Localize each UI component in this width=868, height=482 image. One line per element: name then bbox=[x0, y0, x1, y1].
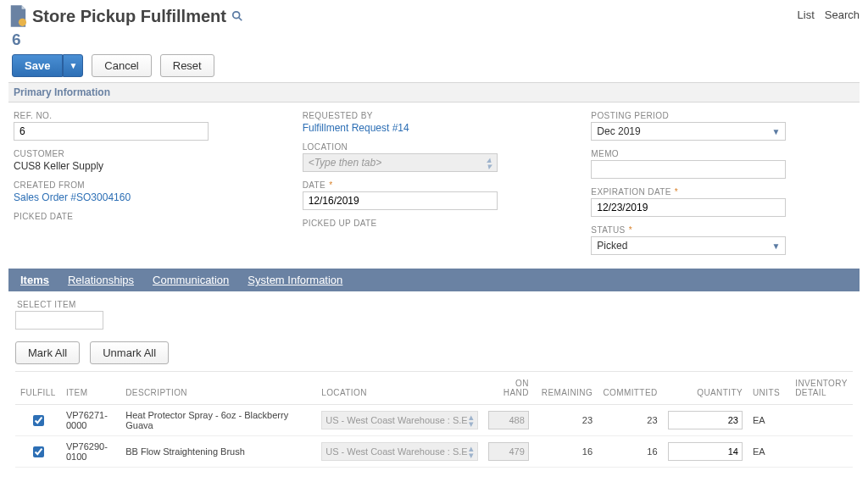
tab-communication[interactable]: Communication bbox=[153, 274, 229, 286]
posting-period-select[interactable]: Dec 2019 ▼ bbox=[591, 122, 786, 141]
inventory-detail-cell bbox=[790, 436, 853, 468]
primary-information-header: Primary Information bbox=[8, 82, 860, 102]
onhand-input bbox=[488, 442, 529, 461]
requested-by-label: REQUESTED BY bbox=[303, 111, 566, 120]
items-table: FULFILL ITEM DESCRIPTION LOCATION ON HAN… bbox=[15, 372, 853, 468]
committed-value: 16 bbox=[598, 436, 662, 468]
reset-button[interactable]: Reset bbox=[160, 54, 214, 77]
onhand-input bbox=[488, 411, 529, 429]
tab-relationships[interactable]: Relationships bbox=[68, 274, 134, 286]
tab-system-information[interactable]: System Information bbox=[248, 274, 342, 286]
col-units: UNITS bbox=[748, 372, 790, 405]
date-label: DATE bbox=[303, 180, 326, 190]
created-from-link[interactable]: Sales Order #SO3004160 bbox=[14, 191, 277, 203]
page-title: Store Pickup Fulfillment bbox=[32, 7, 226, 26]
col-item: ITEM bbox=[61, 372, 120, 405]
col-onhand: ON HAND bbox=[483, 372, 534, 405]
customer-label: CUSTOMER bbox=[14, 149, 277, 158]
item-code: VP76271-0000 bbox=[61, 405, 120, 436]
ref-no-label: REF. NO. bbox=[14, 111, 277, 120]
picked-up-date-label: PICKED UP DATE bbox=[303, 219, 566, 228]
fulfill-checkbox[interactable] bbox=[33, 446, 44, 457]
item-location-select[interactable]: US - West Coast Warehouse : S.E▴▾ bbox=[321, 411, 477, 429]
document-icon bbox=[8, 5, 27, 27]
mark-all-button[interactable]: Mark All bbox=[15, 341, 80, 364]
col-location: LOCATION bbox=[316, 372, 482, 405]
cancel-button[interactable]: Cancel bbox=[92, 54, 151, 77]
quantity-input[interactable] bbox=[668, 411, 743, 429]
tab-items[interactable]: Items bbox=[20, 274, 49, 286]
search-link[interactable]: Search bbox=[825, 8, 860, 21]
col-inventory-detail: INVENTORY DETAIL bbox=[790, 372, 853, 405]
chevron-down-icon: ▼ bbox=[771, 127, 780, 136]
col-description: DESCRIPTION bbox=[120, 372, 316, 405]
item-location-select[interactable]: US - West Coast Warehouse : S.E▴▾ bbox=[321, 442, 477, 461]
save-dropdown-button[interactable]: ▼ bbox=[63, 54, 83, 77]
svg-point-1 bbox=[233, 12, 240, 19]
item-description: BB Flow Straightening Brush bbox=[120, 436, 316, 468]
expiration-date-input[interactable] bbox=[591, 198, 786, 217]
col-committed: COMMITTED bbox=[598, 372, 662, 405]
memo-input[interactable] bbox=[591, 160, 786, 179]
svg-line-2 bbox=[239, 18, 242, 21]
chevron-updown-icon: ▴▾ bbox=[469, 445, 474, 458]
table-row: VP76290-0100BB Flow Straightening BrushU… bbox=[15, 436, 853, 468]
col-remaining: REMAINING bbox=[534, 372, 598, 405]
committed-value: 23 bbox=[598, 405, 662, 436]
expiration-date-label: EXPIRATION DATE bbox=[591, 187, 671, 197]
date-input[interactable] bbox=[303, 191, 498, 210]
col-quantity: QUANTITY bbox=[663, 372, 748, 405]
quantity-input[interactable] bbox=[668, 442, 743, 461]
picked-date-label: PICKED DATE bbox=[14, 212, 277, 221]
remaining-value: 23 bbox=[534, 405, 598, 436]
col-fulfill: FULFILL bbox=[15, 372, 61, 405]
select-item-label: SELECT ITEM bbox=[17, 300, 853, 309]
fulfill-checkbox[interactable] bbox=[33, 415, 44, 426]
record-id: 6 bbox=[12, 30, 860, 49]
chevron-updown-icon: ▴▾ bbox=[469, 413, 474, 427]
remaining-value: 16 bbox=[534, 436, 598, 468]
unmark-all-button[interactable]: Unmark All bbox=[90, 341, 169, 364]
status-label: STATUS bbox=[591, 225, 625, 235]
svg-point-0 bbox=[19, 19, 26, 26]
chevron-down-icon: ▼ bbox=[771, 241, 780, 251]
location-select[interactable]: <Type then tab> ▴▾ bbox=[303, 153, 498, 172]
search-icon[interactable] bbox=[231, 10, 243, 22]
inventory-detail-cell bbox=[790, 405, 853, 436]
item-description: Heat Protector Spray - 6oz - Blackberry … bbox=[120, 405, 316, 436]
item-code: VP76290-0100 bbox=[61, 436, 120, 468]
list-link[interactable]: List bbox=[798, 8, 815, 21]
memo-label: MEMO bbox=[591, 149, 854, 158]
chevron-updown-icon: ▴▾ bbox=[487, 156, 492, 169]
save-button[interactable]: Save bbox=[12, 54, 63, 77]
table-row: VP76271-0000Heat Protector Spray - 6oz -… bbox=[15, 405, 853, 436]
units-value: EA bbox=[748, 436, 790, 468]
customer-value: CUS8 Keller Supply bbox=[14, 160, 277, 172]
created-from-label: CREATED FROM bbox=[14, 180, 277, 190]
posting-period-label: POSTING PERIOD bbox=[591, 111, 854, 120]
units-value: EA bbox=[748, 405, 790, 436]
select-item-input[interactable] bbox=[15, 311, 103, 330]
status-select[interactable]: Picked ▼ bbox=[591, 236, 786, 255]
location-label: LOCATION bbox=[303, 142, 566, 152]
ref-no-input[interactable] bbox=[14, 122, 209, 141]
requested-by-link[interactable]: Fulfillment Request #14 bbox=[303, 122, 566, 134]
